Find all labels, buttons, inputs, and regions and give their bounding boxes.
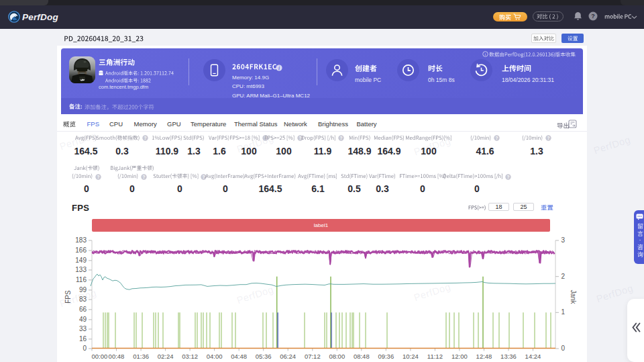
svg-text:00:48: 00:48: [109, 353, 125, 360]
svg-text:166: 166: [75, 246, 87, 254]
svg-text:?: ?: [495, 136, 498, 140]
svg-text:183: 183: [75, 236, 87, 244]
svg-text:12:00: 12:00: [451, 353, 468, 360]
svg-text:0: 0: [561, 345, 566, 352]
svg-text:08:00: 08:00: [329, 353, 345, 360]
svg-text:49: 49: [79, 316, 87, 323]
svg-text:?: ?: [340, 136, 343, 140]
svg-text:00:00: 00:00: [92, 353, 108, 360]
svg-text:FPS: FPS: [64, 290, 72, 304]
svg-text:12:48: 12:48: [476, 353, 492, 360]
svg-text:11:12: 11:12: [427, 353, 443, 360]
svg-text:?: ?: [547, 136, 549, 140]
svg-text:?: ?: [144, 136, 146, 140]
svg-text:1: 1: [561, 308, 566, 316]
svg-text:03:12: 03:12: [182, 353, 198, 360]
svg-text:10:24: 10:24: [402, 353, 419, 360]
svg-text:05:36: 05:36: [256, 353, 272, 360]
svg-text:02:24: 02:24: [158, 353, 174, 360]
svg-text:16: 16: [79, 335, 87, 343]
svg-text:?: ?: [97, 174, 99, 179]
svg-text:06:24: 06:24: [280, 353, 296, 360]
svg-text:07:12: 07:12: [305, 353, 321, 360]
svg-text:?: ?: [203, 174, 205, 179]
svg-text:0: 0: [83, 345, 87, 352]
svg-text:116: 116: [76, 276, 87, 283]
svg-text:149: 149: [75, 257, 87, 264]
svg-text:04:00: 04:00: [207, 353, 223, 360]
svg-text:?: ?: [591, 13, 595, 19]
svg-text:Jank: Jank: [570, 289, 577, 304]
svg-text:2: 2: [561, 273, 566, 280]
svg-text:13:36: 13:36: [500, 353, 517, 360]
svg-text:83: 83: [79, 296, 87, 303]
svg-text:14:24: 14:24: [525, 353, 541, 360]
svg-text:i: i: [485, 52, 486, 56]
svg-text:01:36: 01:36: [133, 353, 149, 360]
svg-text:?: ?: [142, 174, 145, 179]
svg-text:33: 33: [79, 325, 87, 332]
svg-text:?: ?: [507, 174, 510, 179]
svg-text:09:36: 09:36: [378, 353, 394, 360]
svg-text:3: 3: [561, 236, 566, 244]
svg-text:08:48: 08:48: [354, 353, 370, 360]
svg-text:04:48: 04:48: [231, 353, 247, 360]
svg-text:133: 133: [75, 266, 87, 273]
svg-text:66: 66: [79, 306, 87, 313]
svg-text:99: 99: [79, 286, 87, 293]
